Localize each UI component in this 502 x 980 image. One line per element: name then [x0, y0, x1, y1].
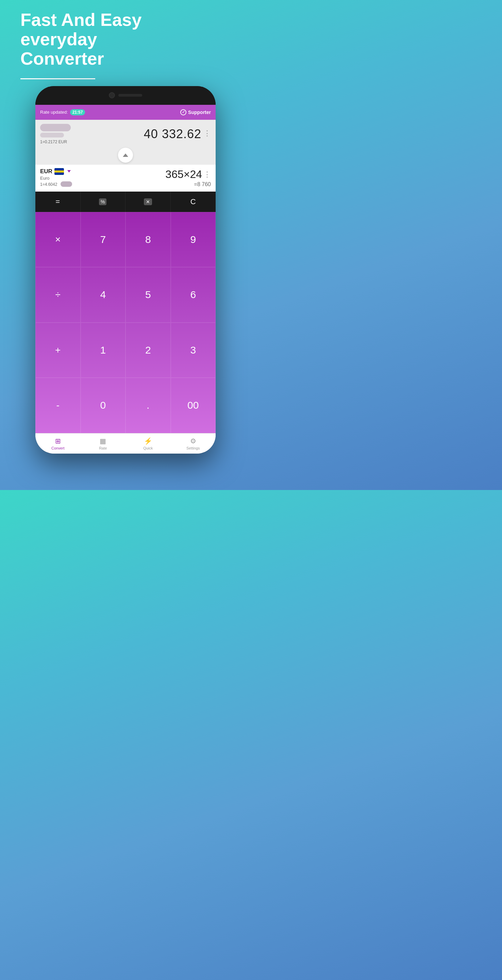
currency-right-2: 365×24 ⋮ =8 760 — [165, 168, 211, 188]
swap-button-row — [35, 146, 216, 165]
currency-left-2: EUR ★ Euro 1=4.6042 — [40, 168, 72, 187]
time-badge: 21:57 — [70, 109, 85, 115]
multiply-button[interactable]: × — [35, 212, 81, 267]
currency-row-2: EUR ★ Euro 1=4.6042 — [40, 168, 211, 188]
eu-flag-icon: ★ — [54, 168, 64, 175]
arrow-up-icon — [123, 153, 128, 157]
nav-rate[interactable]: ▦ Rate — [81, 434, 126, 453]
eur-label[interactable]: EUR ★ — [40, 168, 72, 175]
menu-dots-1[interactable]: ⋮ — [203, 129, 211, 138]
num-7-button[interactable]: 7 — [81, 212, 126, 267]
euro-name: Euro — [40, 176, 72, 181]
backspace-icon: ✕ — [144, 198, 152, 205]
rate-text-2: 1=4.6042 — [40, 182, 57, 187]
clear-button[interactable]: C — [171, 192, 216, 212]
num-3-button[interactable]: 3 — [171, 323, 216, 378]
num-0-button[interactable]: 0 — [81, 378, 126, 433]
check-circle-icon: ✓ — [180, 109, 186, 115]
hero-underline — [21, 78, 95, 79]
speaker — [118, 94, 142, 97]
rate-text-1: 1=0.2172 EUR — [40, 140, 71, 144]
phone-notch — [35, 86, 216, 105]
swap-button[interactable] — [118, 148, 133, 163]
minus-button[interactable]: - — [35, 378, 81, 433]
num-6-button[interactable]: 6 — [171, 267, 216, 323]
nav-convert-label: Convert — [51, 446, 65, 450]
convert-icon: ⊞ — [55, 437, 61, 445]
rate-icon: ▦ — [100, 437, 106, 445]
num-4-button[interactable]: 4 — [81, 267, 126, 323]
toggle-switch[interactable] — [60, 181, 72, 187]
num-8-button[interactable]: 8 — [126, 212, 171, 267]
rate-updated: Rate updated: 21:57 — [40, 109, 85, 115]
percent-icon: % — [99, 198, 106, 205]
phone: Rate updated: 21:57 ✓ Supporter 1=0.2172… — [35, 86, 216, 453]
backspace-button[interactable]: ✕ — [126, 192, 171, 212]
percent-button[interactable]: % — [81, 192, 126, 212]
hero-line3: Converter — [21, 49, 230, 68]
currency-row-1: 1=0.2172 EUR 40 332.62 ⋮ — [35, 120, 216, 146]
menu-dots-2[interactable]: ⋮ — [203, 170, 211, 179]
nav-rate-label: Rate — [99, 446, 107, 450]
settings-icon: ⚙ — [190, 437, 196, 445]
flag-placeholder-1 — [40, 124, 71, 131]
expr-display: 365×24 — [165, 168, 202, 181]
supporter-label: Supporter — [188, 110, 211, 115]
num-5-button[interactable]: 5 — [126, 267, 171, 323]
camera-icon — [109, 92, 115, 98]
divide-button[interactable]: ÷ — [35, 267, 81, 323]
ops-row: = % ✕ C — [35, 192, 216, 212]
nav-convert[interactable]: ⊞ Convert — [35, 434, 81, 453]
flag-placeholder-2 — [40, 133, 64, 137]
nav-settings-label: Settings — [186, 446, 200, 450]
quick-icon: ⚡ — [144, 437, 153, 445]
nav-quick-label: Quick — [143, 446, 153, 450]
currency-section-1: 1=0.2172 EUR 40 332.62 ⋮ — [35, 120, 216, 146]
currency-left-1: 1=0.2172 EUR — [40, 124, 71, 144]
hero-line1: Fast And Easy — [21, 10, 230, 30]
num-2-button[interactable]: 2 — [126, 323, 171, 378]
decimal-button[interactable]: . — [126, 378, 171, 433]
currency-section-2: EUR ★ Euro 1=4.6042 — [35, 165, 216, 192]
num-grid: × 7 8 9 ÷ 4 5 6 + 1 2 3 - 0 . 00 — [35, 212, 216, 433]
hero-section: Fast And Easy everyday Converter — [0, 0, 251, 78]
hero-line2: everyday — [21, 30, 230, 49]
nav-settings[interactable]: ⚙ Settings — [171, 434, 216, 453]
status-bar: Rate updated: 21:57 ✓ Supporter — [35, 105, 216, 120]
supporter-badge: ✓ Supporter — [180, 109, 211, 115]
equals-button[interactable]: = — [35, 192, 81, 212]
eur-code: EUR — [40, 168, 52, 175]
num-9-button[interactable]: 9 — [171, 212, 216, 267]
result-display: =8 760 — [165, 181, 211, 188]
rate-label: Rate updated: — [40, 110, 68, 115]
app-screen: Rate updated: 21:57 ✓ Supporter 1=0.2172… — [35, 105, 216, 453]
keypad-section: = % ✕ C × 7 8 9 ÷ 4 5 — [35, 192, 216, 433]
plus-button[interactable]: + — [35, 323, 81, 378]
amount-display-1: 40 332.62 — [144, 127, 201, 141]
nav-quick[interactable]: ⚡ Quick — [126, 434, 171, 453]
bottom-nav: ⊞ Convert ▦ Rate ⚡ Quick ⚙ Settings — [35, 433, 216, 453]
phone-wrapper: Rate updated: 21:57 ✓ Supporter 1=0.2172… — [0, 86, 251, 453]
num-1-button[interactable]: 1 — [81, 323, 126, 378]
dropdown-arrow-icon — [67, 170, 71, 172]
double-zero-button[interactable]: 00 — [171, 378, 216, 433]
